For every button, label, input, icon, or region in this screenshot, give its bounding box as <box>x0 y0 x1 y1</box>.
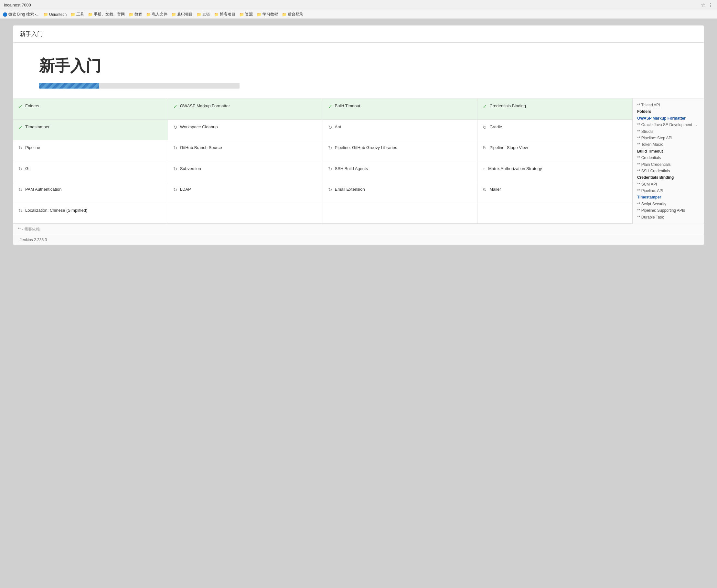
star-icon[interactable]: ☆ <box>701 2 705 8</box>
bookmark-resources[interactable]: 📁 资源 <box>239 12 253 17</box>
plugin-name: PAM Authentication <box>25 187 62 192</box>
plugin-cell: ↻SSH Build Agents <box>323 161 478 182</box>
sidebar-item: Folders <box>637 108 699 115</box>
sidebar-item: Timestamper <box>637 194 699 201</box>
bookmark-uniontech[interactable]: 📁 Uniontech <box>43 12 67 17</box>
plugin-cell: ↻Workspace Cleanup <box>168 120 323 141</box>
spinner-icon: ↻ <box>328 124 332 130</box>
sidebar-item: OWASP Markup Formatter <box>637 115 699 122</box>
plugin-name: Credentials Binding <box>489 103 526 109</box>
plugin-name: LDAP <box>180 187 191 192</box>
plugin-name: Git <box>25 166 31 172</box>
bookmark-folder-icon: 🔵 <box>3 12 7 17</box>
browser-bar: localhost:7000 ☆ ⋮ <box>0 0 717 10</box>
plugin-name: Workspace Cleanup <box>180 124 218 130</box>
plugin-cell: ↻Pipeline: GitHub Groovy Libraries <box>323 140 478 161</box>
extensions-icon: ⋮ <box>708 2 713 8</box>
plugin-cell: ✓Folders <box>13 99 168 120</box>
plugin-name: Matrix Authorization Strategy <box>488 166 542 172</box>
bookmark-folder-icon-6: 📁 <box>171 12 176 17</box>
spinner-icon: ↻ <box>18 166 23 172</box>
plugin-cell: ✓OWASP Markup Formatter <box>168 99 323 120</box>
bookmark-learning[interactable]: 📁 学习教程 <box>257 12 278 17</box>
plugin-name: Localization: Chinese (Simplified) <box>25 208 87 213</box>
bookmark-folder-icon-1: 📁 <box>43 12 48 17</box>
plugin-name: Folders <box>25 103 39 109</box>
bookmark-folder-icon-10: 📁 <box>257 12 261 17</box>
bookmark-folder-icon-11: 📁 <box>282 12 287 17</box>
spinner-icon: ↻ <box>18 208 23 214</box>
plugin-cell: ↻Mailer <box>478 182 632 203</box>
browser-title: localhost:7000 <box>4 3 31 7</box>
sidebar-item: ** Credentials <box>637 154 699 161</box>
main-card: 新手入门 新手入门 ✓Folders✓OWASP Markup Formatte… <box>13 25 704 245</box>
plugin-cell: ↻Pipeline: Stage View <box>478 140 632 161</box>
plugin-cell: ↻PAM Authentication <box>13 182 168 203</box>
card-footer: Jenkins 2.235.3 <box>13 235 704 245</box>
bookmark-blog[interactable]: 📁 博客项目 <box>214 12 235 17</box>
sidebar-item: ** Script Security <box>637 201 699 207</box>
plugin-cell: ↻Email Extension <box>323 182 478 203</box>
spinner-icon: ↻ <box>173 145 177 151</box>
spinner-icon: ↻ <box>483 187 487 193</box>
plugin-cell: ✓Timestamper <box>13 120 168 141</box>
sidebar-item: ** Durable Task <box>637 214 699 220</box>
bookmark-folder-icon-9: 📁 <box>239 12 244 17</box>
sidebar-item: ** Pipeline: API <box>637 188 699 194</box>
card-header: 新手入门 <box>13 25 704 43</box>
bookmark-bing[interactable]: 🔵 微软 Bing 搜索 -... <box>3 12 39 17</box>
spinner-icon: ↻ <box>173 187 177 193</box>
sidebar-item: ** Structs <box>637 128 699 135</box>
card-header-title: 新手入门 <box>20 31 43 37</box>
spinner-icon: ↻ <box>18 187 23 193</box>
plugin-grid: ✓Folders✓OWASP Markup Formatter✓Build Ti… <box>13 99 633 224</box>
bookmark-folder-icon-3: 📁 <box>88 12 93 17</box>
plugin-name: Build Timeout <box>335 103 360 109</box>
plugin-cell: ↻Subversion <box>168 161 323 182</box>
bookmark-backend[interactable]: 📁 后台登录 <box>282 12 303 17</box>
sidebar-item: ** SSH Credentials <box>637 168 699 174</box>
spinner-icon: ↻ <box>328 187 332 193</box>
plugin-name: GitHub Branch Source <box>180 145 222 151</box>
page-wrap: 新手入门 新手入门 ✓Folders✓OWASP Markup Formatte… <box>0 19 717 252</box>
plugin-cell <box>323 203 478 224</box>
sidebar-item: ** SCM API <box>637 181 699 188</box>
circle-icon: ○ <box>483 166 486 172</box>
plugin-cell: ○Matrix Authorization Strategy <box>478 161 632 182</box>
plugin-name: Timestamper <box>25 124 49 130</box>
plugin-name: Pipeline: Stage View <box>489 145 528 151</box>
plugin-cell <box>478 203 632 224</box>
sidebar-item: ** Oracle Java SE Development Kit Instal… <box>637 122 699 128</box>
check-icon: ✓ <box>18 124 23 131</box>
bookmark-folder-icon-5: 📁 <box>146 12 151 17</box>
sidebar-item: Build Timeout <box>637 148 699 154</box>
bookmark-docs[interactable]: 📁 手册、文档、官网 <box>88 12 125 17</box>
plugin-name: Mailer <box>489 187 501 192</box>
content-area: ✓Folders✓OWASP Markup Formatter✓Build Ti… <box>13 99 704 224</box>
sidebar-item: ** Plain Credentials <box>637 161 699 168</box>
check-icon: ✓ <box>18 103 23 110</box>
bookmark-links[interactable]: 📁 友链 <box>196 12 210 17</box>
bookmark-folder-icon-2: 📁 <box>70 12 75 17</box>
sidebar-item: Credentials Binding <box>637 174 699 181</box>
spinner-icon: ↻ <box>483 124 487 130</box>
bookmark-tools[interactable]: 📁 工具 <box>70 12 84 17</box>
sidebar-item: ** Trilead API <box>637 102 699 108</box>
plugin-name: Pipeline: GitHub Groovy Libraries <box>335 145 397 151</box>
spinner-icon: ↻ <box>328 145 332 151</box>
plugin-cell <box>168 203 323 224</box>
check-icon: ✓ <box>483 103 487 110</box>
spinner-icon: ↻ <box>483 145 487 151</box>
sidebar-item: ** Pipeline: Step API <box>637 135 699 141</box>
bookmark-freelance[interactable]: 📁 兼职项目 <box>171 12 193 17</box>
plugin-name: Ant <box>335 124 341 130</box>
bookmark-folder-icon-7: 📁 <box>196 12 202 17</box>
bookmark-tutorial[interactable]: 📁 教程 <box>129 12 142 17</box>
plugin-cell: ↻GitHub Branch Source <box>168 140 323 161</box>
check-icon: ✓ <box>173 103 177 110</box>
jenkins-version: Jenkins 2.235.3 <box>20 237 47 242</box>
hero-title: 新手入门 <box>39 56 697 76</box>
bookmark-private[interactable]: 📁 私人文件 <box>146 12 167 17</box>
sidebar-panel: ** Trilead APIFoldersOWASP Markup Format… <box>633 99 704 224</box>
spinner-icon: ↻ <box>173 166 177 172</box>
